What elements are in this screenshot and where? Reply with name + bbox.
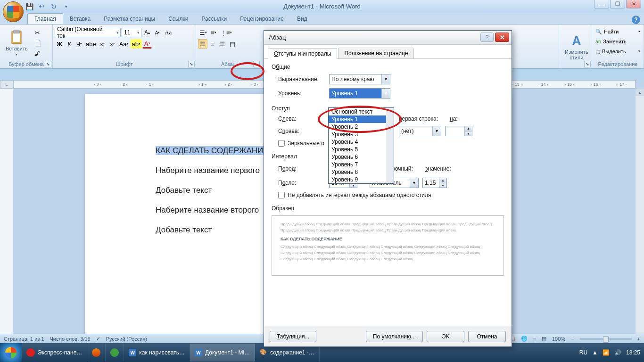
view-draft-icon[interactable]: ▤	[542, 336, 546, 342]
default-button[interactable]: По умолчанию...	[366, 331, 423, 342]
dialog-tab-position[interactable]: Положение на странице	[338, 48, 414, 58]
align-left-icon[interactable]: ☰	[198, 39, 207, 49]
multilevel-icon[interactable]: ⋮≡▾	[219, 28, 233, 37]
clear-format-icon[interactable]: Aa	[163, 28, 173, 37]
help-icon[interactable]: ?	[632, 16, 640, 24]
chevron-down-icon[interactable]: ▼	[432, 126, 441, 136]
justify-icon[interactable]: ▤	[228, 39, 237, 49]
chevron-down-icon[interactable]: ▼	[381, 74, 390, 84]
no-space-checkbox[interactable]	[278, 192, 285, 198]
taskbar-time[interactable]: 13:25	[626, 349, 640, 356]
align-center-icon[interactable]: ≡	[208, 39, 217, 49]
tab-mailings[interactable]: Рассылки	[195, 14, 233, 24]
tray-flag-icon[interactable]: ▲	[592, 349, 598, 356]
tabs-button[interactable]: Табуляция...	[270, 331, 316, 342]
taskbar-lang[interactable]: RU	[579, 349, 587, 356]
change-case-icon[interactable]: Aa▾	[118, 39, 130, 49]
zoom-in-button[interactable]: +	[637, 336, 640, 342]
dialog-close-button[interactable]: ✕	[495, 33, 509, 42]
dropdown-option[interactable]: Основной текст	[329, 108, 394, 115]
grow-font-icon[interactable]: A▴	[142, 28, 152, 37]
dropdown-option[interactable]: Уровень 6	[329, 153, 394, 161]
dialog-tab-indents[interactable]: Отступы и интервалы	[268, 48, 337, 59]
word-count[interactable]: Число слов: 3/15	[50, 336, 91, 342]
close-button[interactable]: ✕	[626, 0, 641, 8]
select-button[interactable]: ⬚Выделить▾	[594, 47, 642, 56]
chevron-down-icon[interactable]: ▼	[410, 178, 418, 188]
save-icon[interactable]: 💾	[24, 1, 35, 12]
chevron-down-icon[interactable]: ▼	[381, 89, 390, 98]
mirror-indents-checkbox[interactable]	[278, 140, 285, 147]
find-button[interactable]: 🔍Найти▾	[594, 27, 642, 36]
ruler-corner[interactable]: L	[0, 80, 13, 89]
view-outline-icon[interactable]: ≡	[533, 336, 536, 342]
change-styles-button[interactable]: A Изменить стили	[561, 32, 592, 62]
tray-network-icon[interactable]: 📶	[603, 349, 610, 356]
dropdown-option[interactable]: Уровень 1	[329, 115, 394, 123]
doc-line-heading[interactable]: КАК СДЕЛАТЬ СОДЕРЖАНИЕ	[156, 146, 269, 155]
format-painter-icon[interactable]: 🖌	[33, 49, 43, 58]
cut-icon[interactable]: ✂	[33, 28, 43, 38]
vertical-scrollbar[interactable]	[636, 89, 644, 353]
tab-references[interactable]: Ссылки	[162, 14, 195, 24]
clipboard-launcher[interactable]: ⬊	[45, 61, 51, 67]
dialog-titlebar[interactable]: Абзац ? ✕	[264, 31, 512, 45]
subscript-icon[interactable]: x2	[98, 39, 107, 49]
dropdown-option[interactable]: Уровень 4	[329, 138, 394, 146]
language-status[interactable]: Русский (Россия)	[106, 336, 147, 342]
ok-button[interactable]: OK	[427, 331, 464, 342]
vertical-ruler[interactable]	[0, 89, 13, 353]
bold-icon[interactable]: Ж	[55, 39, 64, 49]
tray-volume-icon[interactable]: 🔊	[614, 349, 621, 356]
shrink-font-icon[interactable]: A▾	[153, 28, 162, 37]
dropdown-scrollbar[interactable]	[386, 108, 394, 183]
level-select[interactable]: Уровень 1▼	[329, 88, 390, 99]
superscript-icon[interactable]: x2	[108, 39, 117, 49]
redo-icon[interactable]: ↻	[48, 1, 59, 12]
font-name-combo[interactable]: Calibri (Основной тек	[55, 28, 121, 37]
proofing-icon[interactable]: ✓	[96, 336, 100, 342]
taskbar-item-opera[interactable]: Экспресс-пане…	[22, 344, 87, 362]
taskbar-item-utorrent[interactable]	[106, 344, 124, 362]
office-button[interactable]	[3, 1, 24, 22]
tab-home[interactable]: Главная	[27, 13, 63, 24]
dialog-help-button[interactable]: ?	[480, 33, 494, 42]
maximize-button[interactable]: ❐	[610, 0, 625, 8]
by-spinner[interactable]: ▲▼	[445, 126, 472, 136]
dropdown-option[interactable]: Уровень 7	[329, 161, 394, 168]
line-value-spinner[interactable]: 1,15▲▼	[422, 178, 447, 188]
level-dropdown[interactable]: Основной текстУровень 1Уровень 2Уровень …	[328, 107, 394, 184]
italic-icon[interactable]: К	[65, 39, 74, 49]
strike-icon[interactable]: abe	[84, 39, 98, 49]
underline-icon[interactable]: Ч▾	[74, 39, 84, 49]
tab-review[interactable]: Рецензирование	[233, 14, 290, 24]
start-button[interactable]	[0, 343, 22, 362]
replace-button[interactable]: abЗаменить	[594, 37, 642, 46]
bullets-icon[interactable]: ☰▾	[198, 28, 208, 37]
dropdown-option[interactable]: Уровень 2	[329, 123, 394, 131]
highlight-icon[interactable]: ab▾	[131, 39, 142, 49]
view-web-icon[interactable]: 🌐	[521, 336, 528, 342]
tab-page-layout[interactable]: Разметка страницы	[97, 14, 162, 24]
font-size-combo[interactable]: 11	[122, 28, 141, 37]
first-line-select[interactable]: (нет)▼	[399, 126, 441, 136]
zoom-value[interactable]: 100%	[552, 336, 565, 342]
align-right-icon[interactable]: ☰	[218, 39, 227, 49]
dropdown-option[interactable]: Уровень 5	[329, 146, 394, 153]
zoom-out-button[interactable]: −	[571, 336, 574, 342]
font-color-icon[interactable]: A▾	[142, 39, 152, 49]
dropdown-option[interactable]: Уровень 3	[329, 131, 394, 138]
paste-button[interactable]: Вставить ▾	[2, 28, 32, 58]
zoom-slider[interactable]	[580, 338, 632, 340]
alignment-select[interactable]: По левому краю▼	[329, 74, 390, 84]
styles-launcher[interactable]: ⬊	[584, 61, 591, 67]
page-status[interactable]: Страница: 1 из 1	[4, 336, 44, 342]
taskbar-item-word1[interactable]: Wкак нарисовать…	[124, 344, 190, 362]
paragraph-launcher[interactable]: ⬊	[253, 61, 260, 67]
copy-icon[interactable]: 📄	[33, 39, 43, 48]
undo-icon[interactable]: ↶	[36, 1, 47, 12]
numbering-icon[interactable]: ≡▾	[209, 28, 218, 37]
tab-insert[interactable]: Вставка	[63, 14, 98, 24]
taskbar-item-word2[interactable]: WДокумент1 - Mi…	[190, 344, 255, 362]
qat-customize-icon[interactable]: ▾	[60, 1, 72, 12]
